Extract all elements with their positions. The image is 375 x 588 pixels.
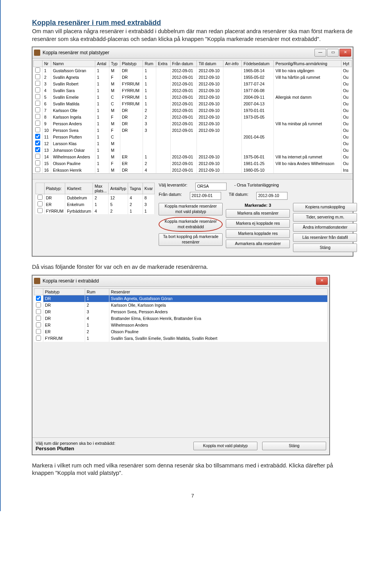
column-header[interactable]: Rum [143,60,156,67]
table-row[interactable]: 12Larsson Klas1MOu [34,140,352,147]
room-checkbox[interactable] [36,316,41,321]
platstyp-row[interactable]: DRDubbelrum21248 [36,194,155,201]
column-header[interactable]: Platstyp [43,288,85,295]
horizontal-scrollbar[interactable] [32,173,353,179]
table-row[interactable]: 16Eriksson Henrik1MDR42012-09-012012-09-… [34,167,352,173]
column-header[interactable]: Arr-info [223,60,242,67]
column-header[interactable]: Rum [85,288,109,295]
table-row[interactable]: 8Karlsson Ingela1FDR22012-09-012012-09-1… [34,114,352,120]
room-checkbox[interactable] [36,322,41,327]
table-row[interactable]: 3Svallin Robert1MFYRRUM12012-09-012012-0… [34,80,352,87]
column-header[interactable]: Till datum [197,60,223,67]
room-checkbox[interactable] [36,302,41,307]
row-checkbox[interactable] [35,154,40,159]
room-row[interactable]: DR1Svallin Agneta, Gustafsson Göran [34,295,328,302]
column-header[interactable]: Hyt [341,60,352,67]
room-checkbox[interactable] [36,296,41,301]
table-row[interactable]: 14Wilhelmsson Anders1MER12012-09-012012-… [34,153,352,160]
action-button[interactable]: Markera ej kopplade res [226,219,290,228]
row-checkbox[interactable] [35,68,40,73]
app-icon [34,50,40,56]
room-row[interactable]: FYRRUM1Svallin Sara, Svallin Emelie, Sva… [34,335,328,342]
row-checkbox[interactable] [35,114,40,119]
from-date-field[interactable]: 2012-09-01 [190,192,221,200]
to-date-field[interactable]: 2012-09-10 [256,192,288,200]
action-button[interactable]: Ändra informationstexter [293,223,357,232]
table-row[interactable]: 10Persson Svea1FDR32012-09-012012-09-10O… [34,127,352,133]
supplier-field[interactable]: ORSA [195,183,227,190]
row-checkbox[interactable] [35,101,40,106]
action-button[interactable]: Koppla markerade resenärer mot extrabädd [159,217,223,232]
room-row[interactable]: DR3Persson Svea, Persson Anders [34,309,328,315]
row-checkbox[interactable] [35,74,40,79]
platstyp-row[interactable]: FYRRUMFyrbäddsrum4211 [36,208,155,214]
row-checkbox[interactable] [35,121,40,126]
action-button[interactable]: Avmarkera alla resenärer [226,240,290,248]
table-row[interactable]: 13Johansson Oskar1MOu [34,147,352,153]
room-checkbox[interactable] [36,329,41,334]
room-checkbox[interactable] [36,336,41,341]
row-checkbox[interactable] [35,167,40,172]
table-row[interactable]: 5Svallin Emelie1CFYRRUM12012-09-012012-0… [34,94,352,100]
column-header[interactable]: Från datum [170,60,197,67]
current-traveller: Persson Plutten [36,446,115,451]
section-title: Koppla resenärer i rum med extrabädd [32,19,353,27]
table-row[interactable]: 7Karlsson Olle1MDR22012-09-012012-09-101… [34,107,352,114]
close-button[interactable]: ✕ [316,277,328,285]
dialog-koppla-extrabadd: Koppla resenär i extrabädd ✕ PlatstypRum… [32,275,330,455]
table-row[interactable]: 9Persson Anders1MDR32012-09-012012-09-10… [34,120,352,127]
table-row[interactable]: 2Svallin Agneta1FDR12012-09-012012-09-10… [34,74,352,80]
row-checkbox[interactable] [35,107,40,112]
platstyp-checkbox[interactable] [38,208,43,213]
table-row[interactable]: 15Olsson Pauline1FER22012-09-012012-09-1… [34,160,352,167]
row-checkbox[interactable] [35,160,40,165]
platstyp-row[interactable]: EREnkelrum1523 [36,201,155,208]
table-row[interactable]: 6Svallin Matilda1CFYRRUM12012-09-012012-… [34,100,352,107]
table-row[interactable]: 11Persson Plutten1C2001-04-05Ou [34,133,352,140]
row-checkbox[interactable] [35,94,40,99]
table-row[interactable]: 1Gustafsson Göran1MDR12012-09-012012-09-… [34,67,352,74]
room-row[interactable]: DR2Karlsson Olle, Karlsson Ingela [34,302,328,309]
row-checkbox[interactable] [35,127,40,132]
action-button[interactable]: Koppla markerade resenärer mot vald plat… [159,203,223,215]
table-row[interactable]: 4Svallin Sara1MFYRRUM12012-09-012012-09-… [34,87,352,94]
close-button[interactable]: ✕ [339,49,351,57]
room-checkbox[interactable] [36,309,41,314]
row-checkbox[interactable] [35,87,40,92]
maximize-button[interactable]: ▭ [327,49,339,57]
column-header[interactable]: Typ [109,60,120,67]
room-row[interactable]: ER2Olsson Pauline [34,329,328,335]
action-button[interactable]: Markera alla resenärer [226,209,290,218]
rooms-table[interactable]: PlatstypRumResenärerDR1Svallin Agneta, G… [34,288,328,342]
room-row[interactable]: DR4Brattander Elma, Eriksson Henrik, Bra… [34,315,328,322]
supplier-label: Välj leverantör: [159,183,187,190]
platstyp-checkbox[interactable] [38,195,43,200]
row-checkbox[interactable] [35,81,40,86]
column-header[interactable]: Platstyp [120,60,143,67]
action-button[interactable]: Kopiera rumskoppling [293,203,357,211]
column-header[interactable]: Nr [43,60,51,67]
row-checkbox[interactable] [35,147,40,152]
action-button[interactable]: Läs resenärer från datafil [293,233,357,242]
koppla-button[interactable]: Koppla mot vald platstyp [193,442,257,450]
action-button[interactable]: Markera kopplade res [226,229,290,238]
window-title: Koppla resenärer mot platstyper [43,50,314,55]
stang-button[interactable]: Stäng [262,442,326,450]
column-header[interactable]: Personlig/Rums-anmärkning [274,60,341,67]
travellers-table[interactable]: NrNamnAntalTypPlatstypRumExtraFrån datum… [33,60,352,173]
room-row[interactable]: ER1Wilhelmsson Anders [34,322,328,329]
row-checkbox[interactable] [35,134,40,139]
column-header[interactable]: Antal [95,60,109,67]
action-buttons-col3: Kopiera rumskopplingTider, servering m.m… [293,202,357,253]
action-button[interactable]: Ta bort koppling på markerade resenärer [159,233,223,246]
row-checkbox[interactable] [35,140,40,146]
column-header[interactable]: Extra [156,60,170,67]
action-button[interactable]: Stäng [293,243,357,252]
platstyp-checkbox[interactable] [38,201,43,206]
column-header[interactable]: Namn [51,60,95,67]
column-header[interactable]: Födelsedatum [242,60,274,67]
action-button[interactable]: Tider, servering m.m. [293,213,357,222]
marked-count: Markerade: 3 [226,203,290,208]
minimize-button[interactable]: — [314,49,326,57]
column-header[interactable]: Resenärer [109,288,327,295]
